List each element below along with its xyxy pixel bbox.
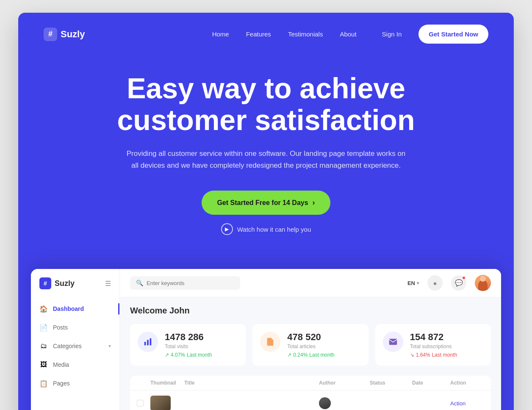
watch-video-link[interactable]: ▶ Watch how it can help you	[221, 223, 311, 235]
main-content: 🔍 EN ▾ ● 💬	[120, 269, 501, 410]
chat-icon: 💬	[455, 279, 463, 287]
sidebar: # Suzly ☰ 🏠 Dashboard 📄 Posts 🗂 Categori…	[31, 269, 120, 410]
pages-icon: 📋	[39, 379, 48, 388]
sidebar-logo: # Suzly ☰	[31, 277, 119, 299]
row-checkbox[interactable]	[137, 400, 144, 407]
nav-links: Home Features Testimonials About	[212, 30, 357, 38]
browser-window: # Suzly Home Features Testimonials About…	[18, 13, 514, 410]
posts-icon: 📄	[39, 323, 48, 332]
sidebar-item-dashboard[interactable]: 🏠 Dashboard	[31, 299, 119, 318]
articles-icon	[260, 332, 280, 352]
sidebar-brand: # Suzly	[39, 277, 75, 289]
hero-content: Easy way to achieve customer satisfactio…	[18, 55, 514, 269]
trend-up-icon: ↗	[287, 352, 291, 358]
avatar-head	[480, 276, 486, 282]
nav-testimonials[interactable]: Testimonials	[288, 30, 323, 38]
table-col-action: Action	[450, 380, 484, 386]
topbar: 🔍 EN ▾ ● 💬	[120, 269, 501, 297]
hero-subtitle: Providing all customer service within on…	[126, 148, 406, 172]
search-icon: 🔍	[136, 280, 143, 286]
play-icon: ▶	[221, 223, 233, 235]
sidebar-hash-icon: #	[39, 277, 51, 289]
avatar-image	[475, 275, 491, 291]
content-table: Thumbnail Title Author Status Date Actio…	[130, 376, 491, 410]
search-input[interactable]	[147, 280, 234, 286]
table-col-title: Title	[184, 380, 319, 386]
table-col-checkbox	[137, 380, 150, 386]
logo-hash-icon: #	[44, 28, 57, 41]
stat-card-articles: 478 520 Total articles ↗ 0.24% Last mont…	[252, 324, 368, 366]
hero-title: Easy way to achieve customer satisfactio…	[44, 72, 488, 136]
stat-subscriptions-change: ↘ 1.64% Last month	[410, 352, 483, 358]
table-col-author: Author	[319, 380, 370, 386]
sidebar-item-posts[interactable]: 📄 Posts	[31, 318, 119, 337]
sidebar-item-categories[interactable]: 🗂 Categories ▾	[31, 337, 119, 355]
stat-visits-change: ↗ 4.07% Last month	[165, 352, 238, 358]
sidebar-label-media: Media	[53, 361, 69, 368]
stat-subscriptions-label: Total subscriptions	[410, 344, 483, 349]
svg-rect-0	[144, 342, 146, 345]
hero-cta-button[interactable]: Get Started Free for 14 Days ›	[202, 191, 330, 215]
nav-home[interactable]: Home	[212, 30, 229, 38]
arrow-icon: ›	[313, 198, 315, 207]
stat-articles-change: ↗ 0.24% Last month	[287, 352, 360, 358]
trend-down-icon: ↘	[410, 352, 414, 358]
notification-badge	[462, 276, 466, 280]
sidebar-toggle-button[interactable]: ☰	[105, 280, 111, 288]
stat-cards: 1478 286 Total visits ↗ 4.07% Last month	[130, 324, 491, 366]
dashboard-body: Welcome John 1478 286 Total visits	[120, 297, 501, 410]
sidebar-item-media[interactable]: 🖼 Media	[31, 355, 119, 374]
thumbnail-image	[150, 396, 171, 410]
svg-rect-1	[147, 340, 149, 346]
signin-link[interactable]: Sign In	[382, 30, 402, 38]
sidebar-label-posts: Posts	[53, 324, 68, 331]
stat-card-visits: 1478 286 Total visits ↗ 4.07% Last month	[130, 324, 246, 366]
welcome-message: Welcome John	[130, 306, 491, 316]
user-avatar[interactable]	[475, 275, 491, 291]
navbar: # Suzly Home Features Testimonials About…	[18, 13, 514, 55]
stat-articles-info: 478 520 Total articles ↗ 0.24% Last mont…	[287, 332, 360, 358]
row-author	[319, 397, 370, 409]
stat-visits-label: Total visits	[165, 344, 238, 349]
stat-subscriptions-value: 154 872	[410, 332, 483, 343]
language-selector[interactable]: EN ▾	[407, 280, 419, 286]
trend-up-icon: ↗	[165, 352, 169, 358]
avatar-body	[478, 280, 488, 291]
visits-icon	[138, 332, 158, 352]
stat-visits-value: 1478 286	[165, 332, 238, 343]
media-icon: 🖼	[39, 360, 48, 369]
table-row: Action	[130, 391, 491, 410]
bell-icon: ●	[433, 280, 437, 287]
chevron-down-icon: ▾	[417, 281, 419, 285]
nav-logo: # Suzly	[44, 28, 85, 41]
categories-icon: 🗂	[39, 342, 48, 350]
table-col-date: Date	[412, 380, 450, 386]
sidebar-label-categories: Categories	[53, 343, 82, 349]
sidebar-label-pages: Pages	[53, 380, 70, 387]
stat-card-subscriptions: 154 872 Total subscriptions ↘ 1.64% Last…	[375, 324, 491, 366]
stat-articles-value: 478 520	[287, 332, 360, 343]
row-action: Action	[450, 400, 484, 407]
hero-cta-group: Get Started Free for 14 Days › ▶ Watch h…	[44, 191, 488, 235]
nav-about[interactable]: About	[340, 30, 356, 38]
search-bar[interactable]: 🔍	[130, 276, 240, 290]
row-thumbnail	[150, 396, 171, 410]
subscriptions-icon	[383, 332, 403, 352]
notifications-button[interactable]: ●	[427, 275, 443, 291]
stat-articles-label: Total articles	[287, 344, 360, 349]
chevron-down-icon: ▾	[108, 343, 111, 349]
messages-button[interactable]: 💬	[451, 275, 466, 291]
dashboard-preview: # Suzly ☰ 🏠 Dashboard 📄 Posts 🗂 Categori…	[31, 269, 501, 410]
table-header-row: Thumbnail Title Author Status Date Actio…	[130, 376, 491, 391]
home-icon: 🏠	[39, 305, 48, 313]
svg-rect-2	[150, 338, 152, 346]
table-col-status: Status	[370, 380, 412, 386]
sidebar-label-dashboard: Dashboard	[53, 305, 84, 312]
nav-cta-button[interactable]: Get Started Now	[418, 25, 488, 44]
author-figure	[319, 397, 331, 409]
nav-features[interactable]: Features	[246, 30, 271, 38]
stat-visits-info: 1478 286 Total visits ↗ 4.07% Last month	[165, 332, 238, 358]
hero-section: # Suzly Home Features Testimonials About…	[18, 13, 514, 410]
sidebar-item-pages[interactable]: 📋 Pages	[31, 374, 119, 393]
table-col-thumbnail: Thumbnail	[150, 380, 184, 386]
